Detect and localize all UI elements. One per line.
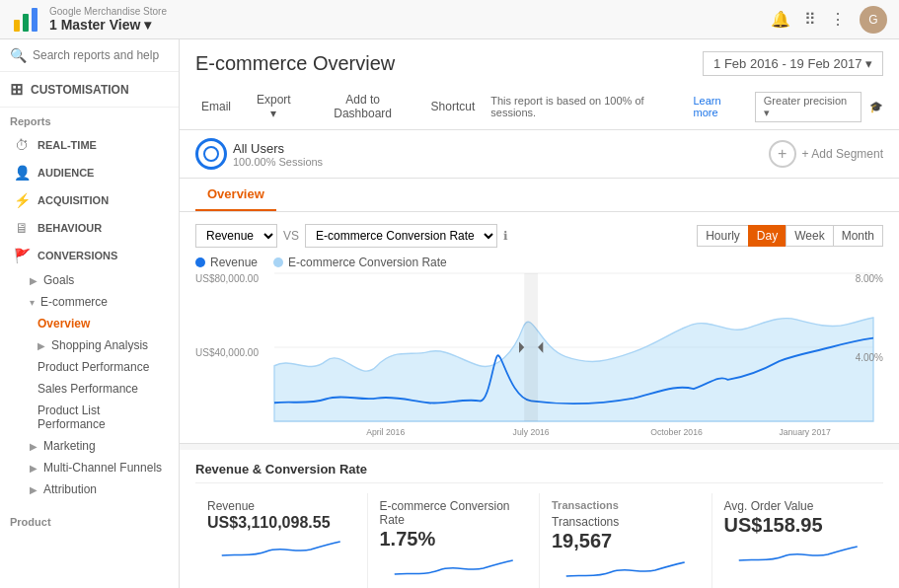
store-info: Google Merchandise Store 1 Master View ▾ <box>49 6 771 33</box>
ecommerce-arrow: ▾ <box>30 297 35 308</box>
chart-controls-left: Revenue VS E-commerce Conversion Rate ℹ <box>195 224 508 248</box>
add-segment-label: + Add Segment <box>802 147 883 161</box>
shortcut-button[interactable]: Shortcut <box>425 97 482 116</box>
sidebar-label-conversions: CONVERSIONS <box>37 250 117 261</box>
report-info: This report is based on 100% of sessions… <box>490 95 685 118</box>
view-dropdown-arrow: ▾ <box>144 17 151 33</box>
content-header: E-commerce Overview 1 Feb 2016 - 19 Feb … <box>180 39 899 130</box>
time-btn-hourly[interactable]: Hourly <box>697 225 749 247</box>
tab-overview[interactable]: Overview <box>195 179 276 211</box>
person-icon: 👤 <box>14 165 30 181</box>
export-button[interactable]: Export ▾ <box>247 90 301 123</box>
sidebar-sub-ecommerce[interactable]: ▾ E-commerce <box>0 291 179 313</box>
multichannel-arrow: ▶ <box>30 463 37 474</box>
sidebar-item-conversions[interactable]: 🚩 CONVERSIONS <box>0 242 179 269</box>
conversion-dot <box>273 257 283 267</box>
stats-grid: Revenue US$3,110,098.55 E-commerce Conve… <box>195 493 883 588</box>
stat-value-conversion: 1.75% <box>380 527 528 551</box>
stat-value-avg-order: US$158.95 <box>724 513 872 537</box>
precision-label: Greater precision ▾ <box>764 95 853 119</box>
sidebar-sub-attribution[interactable]: ▶ Attribution <box>0 478 179 500</box>
google-analytics-logo <box>12 6 39 34</box>
time-btn-month[interactable]: Month <box>833 225 883 247</box>
stat-block-avg-order: Avg. Order Value US$158.95 <box>712 493 884 588</box>
metric1-select[interactable]: Revenue <box>195 224 277 248</box>
stats-title: Revenue & Conversion Rate <box>195 462 883 483</box>
more-icon[interactable]: ⋮ <box>830 10 846 29</box>
sidebar-search[interactable]: 🔍 <box>0 39 179 72</box>
legend-revenue: Revenue <box>195 256 258 269</box>
sidebar-sub-marketing[interactable]: ▶ Marketing <box>0 435 179 457</box>
email-button[interactable]: Email <box>195 97 237 116</box>
sidebar-sub-shopping[interactable]: ▶ Shopping Analysis <box>0 334 179 356</box>
attribution-arrow: ▶ <box>30 484 37 495</box>
behaviour-icon: 🖥 <box>14 220 30 236</box>
chart-controls: Revenue VS E-commerce Conversion Rate ℹ … <box>195 224 883 248</box>
vs-label: VS <box>283 229 299 243</box>
stats-area: Revenue & Conversion Rate Revenue US$3,1… <box>180 450 899 588</box>
time-btn-day[interactable]: Day <box>748 225 787 247</box>
all-users-segment[interactable]: All Users 100.00% Sessions <box>195 138 323 170</box>
view-name[interactable]: 1 Master View ▾ <box>49 17 771 33</box>
add-dashboard-button[interactable]: Add to Dashboard <box>311 90 415 123</box>
sidebar-item-behaviour[interactable]: 🖥 BEHAVIOUR <box>0 214 179 242</box>
acquisition-icon: ⚡ <box>14 192 30 208</box>
search-input[interactable] <box>33 48 169 62</box>
sidebar-sub-goals[interactable]: ▶ Goals <box>0 269 179 291</box>
mini-chart-avg-order <box>724 541 872 568</box>
svg-text:July 2016: July 2016 <box>513 427 550 437</box>
learn-more-link[interactable]: Learn more <box>693 95 746 118</box>
svg-rect-10 <box>524 273 538 421</box>
metric2-select[interactable]: E-commerce Conversion Rate <box>305 224 497 248</box>
precision-button[interactable]: Greater precision ▾ <box>755 92 862 122</box>
flag-icon: 🚩 <box>14 248 30 263</box>
shopping-arrow: ▶ <box>37 340 45 351</box>
date-range-picker[interactable]: 1 Feb 2016 - 19 Feb 2017 ▾ <box>703 51 883 76</box>
sidebar-sub-overview[interactable]: Overview <box>0 313 179 334</box>
sidebar-sub-product-list[interactable]: Product List Performance <box>0 400 179 435</box>
product-section-label: Product <box>0 508 179 532</box>
y-axis-right-mid: 4.00% <box>856 352 883 363</box>
y-axis-right-top: 8.00% <box>856 273 883 284</box>
marketing-arrow: ▶ <box>30 441 37 452</box>
legend-conversion: E-commerce Conversion Rate <box>273 256 447 269</box>
svg-text:January 2017: January 2017 <box>779 427 830 437</box>
sidebar-label-realtime: REAL-TIME <box>37 139 97 151</box>
customisation-item[interactable]: ⊞ CUSTOMISATION <box>0 72 179 108</box>
avatar[interactable]: G <box>860 6 887 34</box>
sidebar-sub-sales-perf[interactable]: Sales Performance <box>0 378 179 400</box>
segment-bar: All Users 100.00% Sessions + + Add Segme… <box>180 130 899 179</box>
mini-chart-conversion <box>380 554 528 582</box>
chart-svg: April 2016 July 2016 October 2016 Januar… <box>274 273 873 421</box>
sidebar-item-realtime[interactable]: ⏱ REAL-TIME <box>0 131 179 159</box>
stat-block-revenue: Revenue US$3,110,098.55 <box>195 493 368 588</box>
svg-text:April 2016: April 2016 <box>366 427 405 437</box>
stat-block-transactions: Transactions Transactions 19,567 <box>540 493 712 588</box>
sidebar-sub-multichannel[interactable]: ▶ Multi-Channel Funnels <box>0 457 179 478</box>
time-buttons: Hourly Day Week Month <box>698 225 883 247</box>
svg-rect-1 <box>23 14 29 32</box>
sidebar-sub-product-perf[interactable]: Product Performance <box>0 356 179 378</box>
top-bar-icons: 🔔 ⠿ ⋮ G <box>771 6 887 34</box>
stat-block-conversion: E-commerce Conversion Rate 1.75% <box>368 493 541 588</box>
page-title: E-commerce Overview <box>195 52 395 75</box>
sidebar-item-audience[interactable]: 👤 AUDIENCE <box>0 159 179 186</box>
segment-circle <box>195 138 227 170</box>
revenue-dot <box>195 257 205 267</box>
add-segment-button[interactable]: + + Add Segment <box>769 140 883 168</box>
svg-rect-2 <box>32 8 37 32</box>
transactions-section-label: Transactions <box>552 499 700 511</box>
sidebar-item-acquisition[interactable]: ⚡ ACQUISITION <box>0 186 179 214</box>
bell-icon[interactable]: 🔔 <box>771 10 790 29</box>
time-btn-week[interactable]: Week <box>786 225 833 247</box>
info-icon: ℹ <box>503 229 508 243</box>
svg-text:October 2016: October 2016 <box>650 427 702 437</box>
hat-icon: 🎓 <box>869 101 883 113</box>
stat-value-transactions: 19,567 <box>552 529 700 552</box>
chart-legend: Revenue E-commerce Conversion Rate <box>195 256 883 269</box>
reports-section-label: Reports <box>0 108 179 131</box>
sidebar: 🔍 ⊞ CUSTOMISATION Reports ⏱ REAL-TIME 👤 … <box>0 39 180 588</box>
stat-label-revenue: Revenue <box>207 499 355 513</box>
store-name: Google Merchandise Store <box>49 6 771 17</box>
grid-icon[interactable]: ⠿ <box>804 10 816 29</box>
